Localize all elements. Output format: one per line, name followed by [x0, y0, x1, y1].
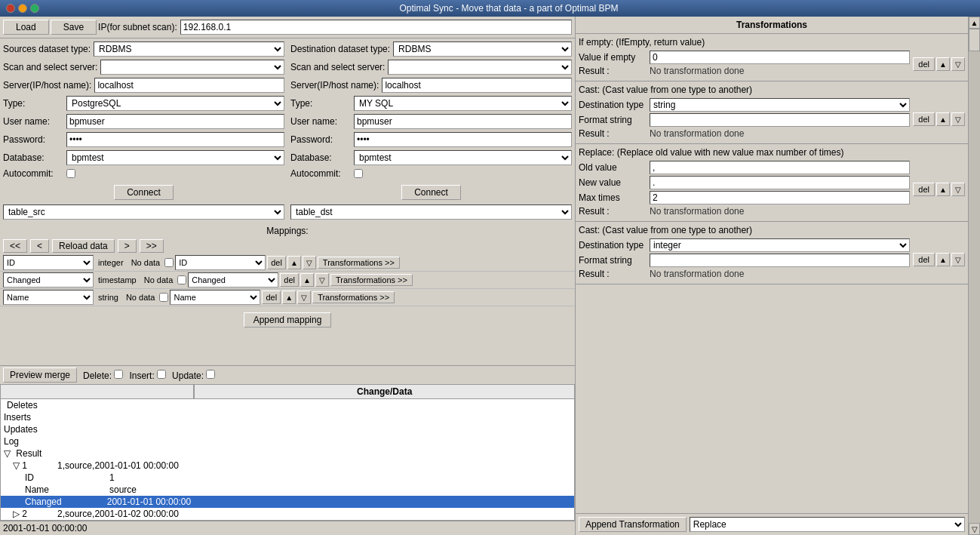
dst-connect-button[interactable]: Connect — [401, 185, 461, 200]
tree-deletes[interactable]: Deletes — [1, 399, 574, 411]
del-button-id[interactable]: del — [267, 256, 286, 269]
tree-row-1[interactable]: ▽ 1 1,source,2001-01-01 00:00:00 — [1, 460, 574, 472]
src-server-input[interactable] — [94, 78, 284, 93]
name-field-value: source — [109, 484, 137, 495]
dst-autocommit-checkbox[interactable] — [354, 169, 363, 178]
up-btn-name[interactable]: ▲ — [282, 291, 296, 304]
nav-last[interactable]: >> — [140, 239, 164, 253]
trans-button-name[interactable]: Transformations >> — [312, 291, 395, 303]
replace-up-button[interactable]: ▲ — [936, 183, 950, 196]
src-scan-select[interactable] — [100, 60, 284, 75]
tree-inserts[interactable]: Inserts — [1, 411, 574, 423]
src-db-type-select[interactable]: PostgreSQL — [66, 96, 284, 111]
replace-del-button[interactable]: del — [913, 183, 935, 196]
src-pass-input[interactable] — [66, 132, 284, 147]
update-checkbox[interactable] — [206, 370, 215, 379]
tree-updates[interactable]: Updates — [1, 423, 574, 435]
del-button-name[interactable]: del — [262, 291, 281, 304]
tree-row-id[interactable]: ID 1 — [1, 472, 574, 484]
append-mapping-button[interactable]: Append mapping — [244, 312, 332, 327]
nav-first[interactable]: << — [3, 239, 27, 253]
minimize-button[interactable] — [18, 4, 27, 13]
format-string-input-2[interactable] — [650, 254, 910, 267]
preview-merge-button[interactable]: Preview merge — [3, 367, 77, 383]
dst-table-select[interactable]: table_dst — [290, 204, 572, 220]
maximize-button[interactable] — [30, 4, 39, 13]
nav-prev[interactable]: < — [30, 239, 49, 253]
append-transformation-select[interactable]: Replace Cast IfEmpty — [690, 517, 965, 532]
src-user-input[interactable] — [66, 114, 284, 129]
right-scrollbar[interactable]: ▲ ▽ — [968, 17, 980, 535]
src-db-select[interactable]: bpmtest — [66, 150, 284, 165]
dest-type-select-2[interactable]: integer — [650, 238, 910, 252]
scroll-up-button[interactable]: ▲ — [969, 17, 980, 29]
load-button[interactable]: Load — [3, 20, 49, 35]
dst-db-select[interactable]: bpmtest — [354, 150, 572, 165]
scroll-thumb[interactable] — [969, 29, 980, 51]
tree-row-2[interactable]: ▷ 2 2,source,2001-01-02 00:00:00 — [1, 508, 574, 520]
old-value-input[interactable] — [650, 161, 910, 174]
trans-button-id[interactable]: Transformations >> — [318, 257, 400, 269]
dst-field-select-name[interactable]: Name — [170, 290, 260, 305]
cast1-del-button[interactable]: del — [913, 112, 935, 126]
dst-db-type-select[interactable]: MY SQL — [354, 96, 572, 111]
src-table-select[interactable]: table_src — [3, 204, 284, 220]
nodata-checkbox-changed[interactable] — [177, 275, 186, 284]
tree-row-name[interactable]: Name source — [1, 484, 574, 496]
append-transformation-button[interactable]: Append Transformation — [579, 517, 687, 532]
up-btn-id[interactable]: ▲ — [287, 256, 301, 269]
dest-type-select-1[interactable]: string — [650, 98, 910, 112]
src-autocommit-checkbox[interactable] — [66, 169, 75, 178]
scroll-track[interactable] — [969, 29, 980, 523]
dn-btn-name[interactable]: ▽ — [297, 291, 311, 304]
cast1-up-button[interactable]: ▲ — [936, 112, 950, 126]
id-field-label: ID — [25, 472, 34, 483]
dst-scan-select[interactable] — [388, 60, 572, 75]
data-body[interactable]: Deletes Inserts Updates Log ▽ Result — [0, 399, 575, 521]
del-button-changed[interactable]: del — [280, 273, 299, 287]
up-btn-changed[interactable]: ▲ — [300, 273, 314, 287]
dst-server-input[interactable] — [382, 78, 572, 93]
src-field-select-name[interactable]: Name — [3, 290, 94, 305]
replace-dn-button[interactable]: ▽ — [951, 183, 965, 196]
cast2-del-button[interactable]: del — [913, 253, 935, 266]
nodata-checkbox-id[interactable] — [164, 258, 174, 267]
format-string-input-1[interactable] — [650, 113, 910, 127]
cast2-up-button[interactable]: ▲ — [936, 253, 950, 266]
save-button[interactable]: Save — [51, 20, 97, 35]
cast1-dn-button[interactable]: ▽ — [951, 112, 965, 126]
src-field-select-id[interactable]: ID — [3, 255, 94, 270]
src-type-select[interactable]: RDBMS — [94, 42, 284, 57]
tree-log[interactable]: Log — [1, 435, 574, 447]
dst-field-select-id[interactable]: ID — [175, 255, 266, 270]
reload-data-button[interactable]: Reload data — [52, 239, 115, 253]
dst-field-select-changed[interactable]: Changed — [188, 272, 278, 287]
tree-row-changed[interactable]: Changed 2001-01-01 00:00:00 — [1, 496, 574, 508]
src-field-select-changed[interactable]: Changed — [3, 272, 94, 287]
nav-next[interactable]: > — [118, 239, 137, 253]
src-connect-button[interactable]: Connect — [114, 185, 174, 200]
close-button[interactable] — [6, 4, 15, 13]
delete-checkbox[interactable] — [114, 370, 123, 379]
tree-result[interactable]: ▽ Result — [1, 447, 574, 460]
window-controls[interactable] — [6, 4, 39, 13]
max-times-input[interactable] — [650, 191, 910, 204]
ip-input[interactable] — [180, 20, 572, 35]
cast2-dn-button[interactable]: ▽ — [951, 253, 965, 266]
ifempty-up-button[interactable]: ▲ — [936, 57, 950, 71]
scroll-down-button[interactable]: ▽ — [969, 523, 980, 535]
dn-btn-changed[interactable]: ▽ — [315, 273, 329, 287]
new-value-input[interactable] — [650, 176, 910, 189]
insert-checkbox[interactable] — [157, 370, 166, 379]
dst-user-input[interactable] — [354, 114, 572, 129]
value-if-empty-input[interactable] — [650, 51, 910, 64]
ifempty-del-button[interactable]: del — [913, 57, 935, 71]
cast2-result-label: Result : — [579, 269, 647, 279]
dst-pass-label: Password: — [290, 134, 351, 145]
dst-type-select[interactable]: RDBMS — [393, 42, 572, 57]
dn-btn-id[interactable]: ▽ — [303, 256, 316, 269]
dst-pass-input[interactable] — [354, 132, 572, 147]
nodata-checkbox-name[interactable] — [159, 293, 168, 302]
trans-button-changed[interactable]: Transformations >> — [330, 274, 413, 286]
ifempty-dn-button[interactable]: ▽ — [951, 57, 965, 71]
